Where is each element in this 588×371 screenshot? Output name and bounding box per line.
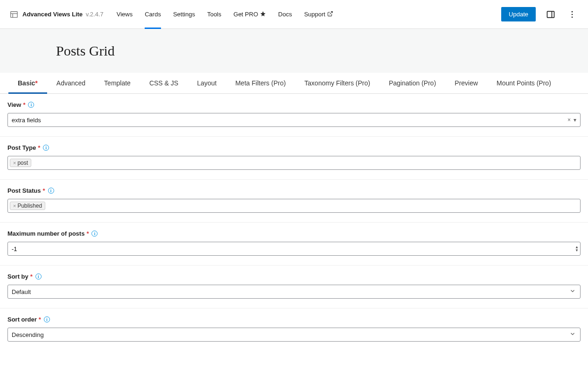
field-view-label: View* i	[7, 101, 581, 108]
grid-icon	[9, 10, 19, 19]
field-sort-by-label: Sort by* i	[7, 273, 581, 280]
info-icon[interactable]: i	[48, 188, 54, 194]
svg-point-8	[572, 16, 573, 18]
nav-settings[interactable]: Settings	[173, 0, 195, 28]
remove-tag-icon[interactable]: ×	[13, 160, 16, 166]
topbar-right: Update	[501, 7, 579, 21]
top-nav: Views Cards Settings Tools Get PRO Docs …	[117, 0, 333, 28]
field-sort-order-label: Sort order* i	[7, 316, 581, 323]
select-controls: × ▾	[567, 117, 576, 123]
field-max-posts-label: Maximum number of posts* i	[7, 230, 581, 237]
nav-tools[interactable]: Tools	[207, 0, 221, 28]
nav-get-pro[interactable]: Get PRO	[233, 0, 266, 28]
clear-icon[interactable]: ×	[567, 117, 571, 123]
svg-rect-4	[547, 11, 554, 17]
sort-order-select[interactable]: Descending	[7, 328, 581, 342]
nav-cards[interactable]: Cards	[145, 0, 161, 28]
tab-preview[interactable]: Preview	[445, 73, 487, 93]
title-area: Posts Grid	[0, 29, 588, 73]
number-spinners[interactable]: ▲ ▼	[575, 245, 579, 252]
svg-point-6	[572, 11, 573, 12]
svg-rect-0	[11, 11, 17, 17]
topbar-left: Advanced Views Lite v.2.4.7	[9, 10, 104, 19]
remove-tag-icon[interactable]: ×	[13, 203, 16, 209]
sort-by-select[interactable]: Default	[7, 285, 581, 299]
tag-post[interactable]: × post	[10, 159, 31, 167]
tabs: Basic* Advanced Template CSS & JS Layout…	[0, 73, 588, 94]
star-icon	[260, 11, 266, 18]
field-sort-order: Sort order* i Descending	[0, 308, 588, 351]
tag-published[interactable]: × Published	[10, 202, 45, 210]
info-icon[interactable]: i	[28, 102, 34, 108]
field-view: View* i extra fields × ▾	[0, 94, 588, 137]
nav-views[interactable]: Views	[117, 0, 133, 28]
view-value: extra fields	[12, 117, 41, 124]
field-max-posts: Maximum number of posts* i ▲ ▼	[0, 223, 588, 266]
svg-point-7	[572, 14, 573, 15]
spinner-down-icon[interactable]: ▼	[575, 249, 579, 252]
form: View* i extra fields × ▾ Post Type* i × …	[0, 94, 588, 371]
topbar: Advanced Views Lite v.2.4.7 Views Cards …	[0, 0, 588, 29]
tab-pagination[interactable]: Pagination (Pro)	[379, 73, 445, 93]
page-title: Posts Grid	[56, 43, 588, 59]
post-type-input[interactable]: × post	[7, 156, 581, 170]
tab-basic[interactable]: Basic*	[8, 73, 47, 93]
info-icon[interactable]: i	[91, 231, 98, 237]
tab-advanced[interactable]: Advanced	[47, 73, 95, 93]
nav-docs[interactable]: Docs	[278, 0, 292, 28]
nav-support[interactable]: Support	[304, 0, 334, 28]
post-status-input[interactable]: × Published	[7, 199, 581, 213]
update-button[interactable]: Update	[501, 7, 536, 21]
tab-taxonomy-filters[interactable]: Taxonomy Filters (Pro)	[295, 73, 379, 93]
info-icon[interactable]: i	[35, 273, 42, 280]
content-scroll[interactable]: Posts Grid Basic* Advanced Template CSS …	[0, 29, 588, 371]
chevron-down-icon[interactable]: ▾	[574, 117, 576, 123]
external-link-icon	[327, 11, 333, 18]
field-sort-by: Sort by* i Default	[0, 266, 588, 308]
field-post-type-label: Post Type* i	[7, 144, 581, 151]
more-menu-icon[interactable]	[566, 8, 579, 21]
sidebar-toggle-icon[interactable]	[544, 8, 557, 21]
svg-line-3	[330, 11, 333, 14]
view-select[interactable]: extra fields × ▾	[7, 113, 581, 127]
tab-layout[interactable]: Layout	[188, 73, 226, 93]
tab-template[interactable]: Template	[95, 73, 140, 93]
field-post-status: Post Status* i × Published	[0, 180, 588, 223]
field-post-type: Post Type* i × post	[0, 137, 588, 180]
max-posts-input[interactable]	[7, 242, 581, 256]
plugin-name: Advanced Views Lite v.2.4.7	[22, 11, 104, 18]
field-post-status-label: Post Status* i	[7, 187, 581, 194]
tab-mount-points[interactable]: Mount Points (Pro)	[487, 73, 560, 93]
info-icon[interactable]: i	[44, 316, 50, 322]
info-icon[interactable]: i	[43, 145, 49, 151]
tab-css-js[interactable]: CSS & JS	[140, 73, 188, 93]
tab-meta-filters[interactable]: Meta Filters (Pro)	[226, 73, 295, 93]
